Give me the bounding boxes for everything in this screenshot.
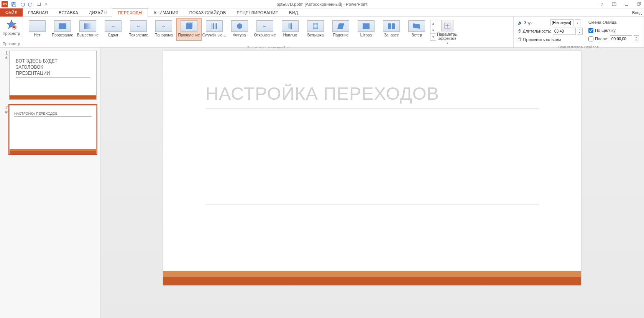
- apply-all-label: Применить ко всем: [523, 37, 561, 42]
- after-checkbox[interactable]: [588, 36, 593, 41]
- sound-icon: 🔉: [518, 20, 523, 25]
- qat-dropdown-icon[interactable]: ▾: [44, 0, 48, 8]
- tab-view[interactable]: ВИД: [284, 8, 303, 16]
- window-title: pptE87D.pptm [Автосохраненный] - PowerPo…: [276, 2, 367, 7]
- ribbon-display-icon[interactable]: [610, 1, 619, 8]
- thumb-row-2: 2 ✻ НАСТРОЙКА ПЕРЕХОДОВ: [2, 105, 98, 154]
- undo-icon[interactable]: [18, 0, 26, 8]
- transition-cover[interactable]: Наплыв: [278, 18, 303, 41]
- duration-spinner[interactable]: ▲▼: [577, 28, 583, 35]
- save-icon[interactable]: [10, 0, 18, 8]
- transition-wind[interactable]: Ветер: [404, 18, 429, 41]
- group-transitions: Нет Прорезание Выцветание ⇨Сдвиг ⇤Появле…: [23, 17, 514, 47]
- thumb-1-number: 1 ✻: [2, 51, 8, 100]
- tab-transitions[interactable]: ПЕРЕХОДЫ: [112, 8, 148, 17]
- transition-push[interactable]: ⇨Сдвиг: [100, 18, 126, 41]
- gallery-scroll-up-icon[interactable]: ▲: [430, 20, 436, 27]
- tab-file[interactable]: ФАЙЛ: [0, 8, 23, 16]
- slide-accent-bar-dark: [163, 277, 581, 285]
- transition-cut[interactable]: Прорезание: [50, 18, 75, 41]
- gallery-scroll: ▲ ▼ ▾: [430, 20, 436, 41]
- group-timing: 🔉Звук: ▾ ⏱Длительность: ▲▼ 🗇 Применить к…: [514, 17, 644, 47]
- transition-drape[interactable]: Штора: [353, 18, 379, 41]
- quick-access-toolbar: P3 ▾: [0, 0, 48, 8]
- duration-label: Длительность:: [523, 29, 551, 33]
- transitions-gallery: Нет Прорезание Выцветание ⇨Сдвиг ⇤Появле…: [25, 18, 458, 45]
- slide-subtitle-line: [205, 204, 539, 204]
- preview-button[interactable]: Просмотр: [2, 18, 21, 36]
- transition-split[interactable]: ⇔Панорама: [151, 18, 176, 41]
- help-icon[interactable]: ?: [597, 1, 606, 8]
- tab-review[interactable]: РЕЦЕНЗИРОВАНИЕ: [231, 8, 284, 16]
- svg-rect-2: [13, 4, 15, 6]
- thumb-2-number: 2 ✻: [2, 105, 8, 154]
- tab-design[interactable]: ДИЗАЙН: [84, 8, 112, 16]
- svg-rect-4: [612, 3, 616, 6]
- ribbon: Просмотр Просмотр Нет Прорезание Выцвета…: [0, 17, 644, 48]
- slide-thumbnail-2[interactable]: НАСТРОЙКА ПЕРЕХОДОВ: [9, 105, 97, 154]
- duration-input[interactable]: [553, 28, 576, 35]
- start-from-beginning-icon[interactable]: [35, 0, 43, 8]
- duration-icon: ⏱: [518, 29, 522, 33]
- tab-insert[interactable]: ВСТАВКА: [53, 8, 84, 16]
- on-click-label: По щелчку: [595, 28, 616, 33]
- tab-slideshow[interactable]: ПОКАЗ СЛАЙДОВ: [184, 8, 232, 16]
- transition-shape[interactable]: Фигура: [227, 18, 252, 41]
- slide-accent-bar-light: [163, 271, 581, 277]
- slide-editor: НАСТРОЙКА ПЕРЕХОДОВ: [100, 48, 644, 318]
- thumb-2-transition-icon: ✻: [5, 110, 8, 114]
- gallery-scroll-down-icon[interactable]: ▼: [430, 27, 436, 34]
- on-click-checkbox-row[interactable]: По щелчку: [588, 26, 639, 34]
- transition-wipe[interactable]: ⇤Появление: [126, 18, 151, 41]
- thumb-1-transition-icon: ✻: [5, 56, 8, 60]
- minimize-icon[interactable]: [622, 1, 631, 8]
- effect-options-icon: [441, 20, 453, 31]
- after-time-spinner[interactable]: ▲▼: [634, 35, 639, 42]
- svg-rect-9: [13, 26, 15, 28]
- apply-all-icon: 🗇: [518, 37, 522, 42]
- transition-reveal[interactable]: Проявление: [176, 18, 202, 41]
- app-icon: P3: [2, 1, 8, 7]
- transition-none[interactable]: Нет: [25, 18, 50, 41]
- sound-dropdown-icon[interactable]: ▾: [575, 19, 580, 26]
- svg-rect-6: [637, 3, 640, 5]
- after-time-input[interactable]: [610, 35, 632, 42]
- workspace: 1 ✻ ВОТ ЗДЕСЬ БУДЕТ ЗАГОЛОВОК ПРЕЗЕНТАЦИ…: [0, 48, 644, 318]
- group-preview-label: Просмотр: [2, 41, 21, 47]
- svg-rect-1: [13, 2, 15, 3]
- sound-label: Звук:: [524, 20, 534, 25]
- window-controls: ?: [597, 1, 643, 8]
- ribbon-tabs: ФАЙЛ ГЛАВНАЯ ВСТАВКА ДИЗАЙН ПЕРЕХОДЫ АНИ…: [0, 8, 644, 17]
- transition-uncover[interactable]: ⇤Открывание: [252, 18, 278, 41]
- tab-animation[interactable]: АНИМАЦИЯ: [148, 8, 184, 16]
- slide-thumbnail-1[interactable]: ВОТ ЗДЕСЬ БУДЕТ ЗАГОЛОВОК ПРЕЗЕНТАЦИИ: [9, 51, 97, 100]
- transition-random-bars[interactable]: Случайные…: [202, 18, 227, 41]
- slide-thumbnails-panel: 1 ✻ ВОТ ЗДЕСЬ БУДЕТ ЗАГОЛОВОК ПРЕЗЕНТАЦИ…: [0, 48, 100, 318]
- tab-home[interactable]: ГЛАВНАЯ: [23, 8, 53, 16]
- redo-icon[interactable]: [27, 0, 34, 8]
- on-click-checkbox[interactable]: [588, 28, 593, 33]
- preview-label: Просмотр: [3, 31, 20, 36]
- advance-slide-title: Смена слайда: [588, 19, 639, 26]
- sign-in-link[interactable]: Вход: [632, 8, 642, 16]
- title-bar: P3 ▾ pptE87D.pptm [Автосохраненный] - Po…: [0, 0, 644, 8]
- gallery-more-icon[interactable]: ▾: [430, 34, 436, 40]
- thumb-row-1: 1 ✻ ВОТ ЗДЕСЬ БУДЕТ ЗАГОЛОВОК ПРЕЗЕНТАЦИ…: [2, 51, 98, 100]
- preview-star-icon: [6, 19, 17, 31]
- sound-select[interactable]: [550, 19, 573, 26]
- effect-options-button[interactable]: Параметры эффектов ▾: [436, 18, 458, 45]
- transition-fall-over[interactable]: Падение: [328, 18, 353, 41]
- slide-canvas[interactable]: НАСТРОЙКА ПЕРЕХОДОВ: [163, 51, 581, 285]
- effect-options-label: Параметры эффектов: [437, 32, 457, 41]
- transition-curtains[interactable]: Занавес: [379, 18, 404, 41]
- transition-fade[interactable]: Выцветание: [75, 18, 100, 41]
- apply-to-all-button[interactable]: 🗇 Применить ко всем: [518, 36, 583, 43]
- after-label: После:: [595, 36, 608, 41]
- slide-title-placeholder[interactable]: НАСТРОЙКА ПЕРЕХОДОВ: [205, 83, 539, 109]
- svg-rect-3: [37, 3, 41, 5]
- restore-icon[interactable]: [634, 1, 643, 8]
- group-preview: Просмотр Просмотр: [0, 17, 23, 47]
- transition-flash[interactable]: Вспышка: [303, 18, 328, 41]
